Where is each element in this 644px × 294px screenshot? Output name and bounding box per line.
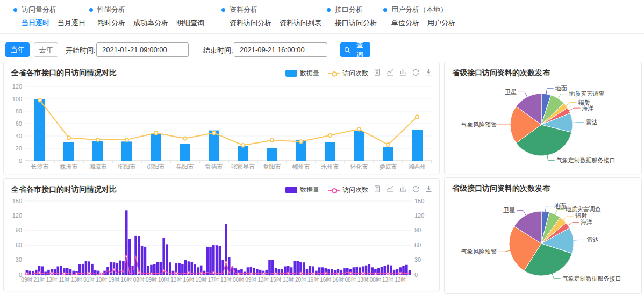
save-image-icon[interactable] (425, 68, 433, 76)
svg-text:120: 120 (414, 212, 424, 219)
svg-text:60: 60 (16, 242, 22, 248)
nav-item[interactable]: 用户分析 (427, 18, 455, 28)
svg-text:08时: 08时 (345, 277, 356, 283)
svg-text:120: 120 (12, 212, 22, 219)
svg-text:150: 150 (414, 198, 424, 204)
svg-text:0: 0 (19, 157, 22, 164)
pie-label: 辐射 (575, 212, 587, 219)
svg-text:16时: 16时 (320, 277, 331, 283)
nav-bullet-icon (221, 8, 225, 12)
svg-text:09时: 09时 (21, 277, 32, 283)
legend-item[interactable]: 数据量 (285, 185, 319, 195)
svg-text:08时: 08时 (133, 277, 145, 283)
hourly-chart-plot: 0030306060909012012015015009时21时13时11时13… (5, 196, 437, 289)
hourly-chart-toolbox (373, 185, 433, 193)
nav-group-2: 资料分析资料访问分析资料访问列表 (221, 5, 321, 28)
svg-text:0: 0 (414, 271, 418, 278)
svg-text:20时: 20时 (295, 277, 306, 283)
svg-text:90: 90 (16, 227, 22, 233)
svg-text:01时: 01时 (83, 277, 95, 283)
svg-text:10时: 10时 (196, 277, 207, 283)
pie-label: 地质灾害调查 (565, 206, 601, 212)
legend-bar-swatch-icon (285, 187, 297, 193)
switch-to-line-icon[interactable] (386, 68, 394, 76)
svg-text:120: 120 (12, 83, 22, 90)
nav-group-title: 用户分析（本地） (391, 5, 447, 15)
svg-text:16时: 16时 (183, 277, 194, 283)
pie-top-plot: 地面地质灾害调查辐射海洋雷达气象定制数据服务接口气象风险预警卫星 (445, 78, 641, 173)
svg-text:怀化市: 怀化市 (350, 163, 368, 170)
nav-item[interactable]: 成功率分析 (133, 18, 168, 28)
legend-label: 访问次数 (342, 69, 368, 78)
svg-text:长沙市: 长沙市 (31, 163, 49, 170)
svg-text:10时: 10时 (96, 277, 107, 283)
last-year-button[interactable]: 去年 (34, 42, 58, 57)
svg-text:16时: 16时 (332, 277, 344, 283)
legend-line-swatch-icon (328, 187, 340, 193)
nav-group-0: 访问量分析当日逐时当月逐日 (13, 5, 85, 28)
svg-text:40: 40 (16, 133, 22, 139)
start-time-input[interactable] (96, 42, 189, 57)
nav-group-title: 资料分析 (230, 5, 257, 15)
search-icon (344, 47, 350, 53)
pie-bottom-plot: 地面地质灾害调查辐射海洋雷达气象定制数据服务接口气象风险预警卫星 (445, 194, 641, 292)
svg-text:08时: 08时 (233, 277, 244, 283)
nav-item[interactable]: 耗时分析 (97, 18, 125, 28)
daily-chart-title: 全省各市接口的日访问情况对比 (11, 68, 117, 78)
svg-text:永州市: 永州市 (321, 163, 339, 170)
pie-label: 雷达 (587, 236, 599, 243)
filter-bar: 当年 去年 开始时间: 结束时间: 查询 (0, 38, 644, 60)
nav-item[interactable]: 单位分析 (391, 18, 419, 28)
svg-text:09时: 09时 (245, 277, 256, 283)
search-button[interactable]: 查询 (340, 42, 370, 57)
svg-text:13时: 13时 (46, 277, 58, 283)
svg-text:株洲市: 株洲市 (60, 163, 78, 170)
daily-chart-legend: 数据量访问次数 (285, 69, 368, 78)
nav-item[interactable]: 当月逐日 (58, 18, 85, 28)
restore-icon[interactable] (412, 68, 420, 76)
legend-item[interactable]: 访问次数 (328, 69, 368, 78)
svg-text:80: 80 (16, 108, 22, 114)
legend-item[interactable]: 访问次数 (328, 185, 368, 195)
svg-text:10时: 10时 (158, 277, 169, 283)
current-year-button[interactable]: 当年 (5, 42, 30, 57)
pie-label: 地面 (554, 203, 566, 209)
svg-text:21时: 21时 (33, 277, 45, 283)
svg-text:13时: 13时 (382, 277, 393, 283)
nav-item[interactable]: 当日逐时 (22, 18, 49, 28)
svg-text:150: 150 (12, 198, 22, 204)
pie-label: 卫星 (504, 89, 517, 95)
nav-group-title: 访问量分析 (22, 5, 56, 15)
svg-text:岳阳市: 岳阳市 (176, 163, 194, 170)
nav-item[interactable]: 接口访问分析 (335, 18, 377, 28)
svg-text:13时: 13时 (395, 277, 406, 283)
end-time-input[interactable] (234, 42, 327, 57)
nav-bullet-icon (13, 8, 17, 12)
nav-bullet-icon (327, 8, 331, 12)
svg-text:13时: 13时 (71, 277, 82, 283)
nav-item[interactable]: 明细查询 (176, 18, 204, 28)
pie-label: 气象风险预警 (461, 121, 497, 128)
svg-text:30: 30 (414, 256, 421, 263)
save-image-icon[interactable] (425, 185, 433, 193)
svg-text:娄底市: 娄底市 (380, 163, 397, 170)
nav-group-1: 性能分析耗时分析成功率分析明细查询 (89, 5, 204, 28)
switch-to-bar-icon[interactable] (399, 185, 407, 193)
data-view-icon[interactable] (373, 68, 381, 76)
svg-text:常德市: 常德市 (205, 163, 223, 170)
legend-item[interactable]: 数据量 (285, 69, 319, 78)
data-view-icon[interactable] (373, 185, 381, 193)
svg-text:湘西州: 湘西州 (409, 163, 426, 170)
restore-icon[interactable] (412, 185, 420, 193)
legend-label: 访问次数 (342, 185, 368, 195)
pie-label: 地面 (555, 85, 567, 91)
svg-text:张家界市: 张家界市 (231, 163, 255, 170)
province-pie-card-bottom: 省级接口访问资料的次数发布 地面地质灾害调查辐射海洋雷达气象定制数据服务接口气象… (444, 177, 642, 294)
legend-bar-swatch-icon (285, 70, 297, 77)
pie-label: 卫星 (503, 207, 515, 213)
nav-item[interactable]: 资料访问分析 (230, 18, 271, 28)
nav-item[interactable]: 资料访问列表 (280, 18, 321, 28)
switch-to-line-icon[interactable] (386, 185, 394, 193)
switch-to-bar-icon[interactable] (399, 68, 407, 76)
svg-text:邵阳市: 邵阳市 (147, 163, 165, 170)
